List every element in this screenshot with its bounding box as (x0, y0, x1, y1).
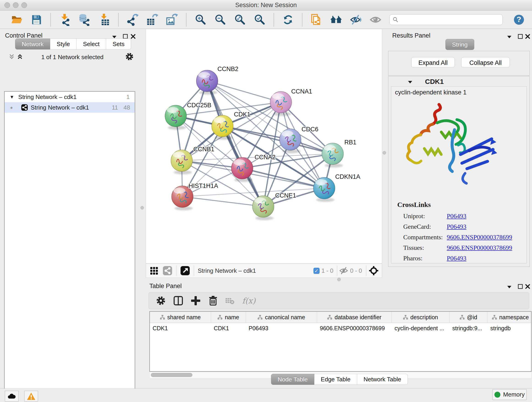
import-table-file-icon[interactable] (98, 13, 110, 26)
fit-selection-target-icon[interactable] (369, 266, 379, 276)
scrollbar-thumb[interactable] (151, 373, 192, 377)
show-all-houses-icon[interactable] (330, 13, 342, 26)
export-image-icon[interactable] (166, 13, 178, 26)
table-cell[interactable]: 9606.ENSP00000378699 (317, 323, 392, 333)
node-details: cyclin-dependent kinase 1 CrossLinks Uni… (391, 86, 527, 263)
network-node-HIST1H1A[interactable]: HIST1H1A (172, 182, 218, 211)
table-cell[interactable]: cyclin-dependent ... (392, 323, 450, 333)
tab-string[interactable]: String (445, 39, 474, 50)
toolbar-separator (176, 266, 177, 276)
network-view-canvas[interactable]: CCNB2CCNA1CDC25BCDK1CDC6RB1CCNB1CCNA2CDK… (146, 29, 382, 264)
float-panel-icon[interactable] (517, 283, 523, 289)
show-hidden-eye-icon[interactable] (369, 13, 382, 26)
apply-layout-icon[interactable] (282, 13, 294, 26)
memory-status-dot (494, 392, 500, 398)
birdseye-view-icon[interactable] (180, 266, 190, 276)
network-node-CDKN1A[interactable]: CDKN1A (313, 173, 360, 202)
zoom-out-icon[interactable] (214, 13, 226, 26)
search-icon (393, 17, 399, 23)
tab-style[interactable]: Style (50, 38, 76, 50)
edge-count: 48 (123, 104, 130, 111)
float-panel-icon[interactable] (517, 33, 523, 39)
tab-select[interactable]: Select (76, 38, 106, 50)
memory-button[interactable]: Memory (493, 389, 526, 400)
grid-mode-icon[interactable] (149, 266, 159, 276)
memory-label: Memory (503, 391, 525, 398)
panel-menu-icon[interactable] (506, 34, 512, 40)
create-column-plus-icon[interactable] (190, 295, 201, 306)
export-network-icon[interactable] (127, 13, 139, 26)
string-network-graph[interactable]: CCNB2CCNA1CDC25BCDK1CDC6RB1CCNB1CCNA2CDK… (146, 29, 382, 263)
crosslink-link[interactable]: P06493 (447, 212, 522, 220)
crosslink-label: Compartments: (403, 234, 447, 241)
node-table[interactable]: shared namenamecanonical namedatabase id… (149, 311, 532, 372)
import-network-database-icon[interactable] (78, 13, 91, 26)
export-table-icon[interactable] (146, 13, 158, 26)
hide-selected-eye-icon[interactable] (350, 13, 362, 26)
table-panel: Table Panel (146, 281, 532, 389)
column-label: shared name (167, 314, 201, 321)
close-window-icon[interactable] (4, 2, 10, 8)
tab-network[interactable]: Network (15, 38, 50, 50)
cytoscape-window: { "window": { "title": "Session: New Ses… (0, 0, 532, 402)
network-row-selected[interactable]: ● String Network – cdk1 11 48 (5, 102, 135, 113)
column-header-name[interactable]: name (211, 312, 246, 323)
collapse-all-button[interactable]: Collapse All (461, 57, 510, 68)
column-header-shared-name[interactable]: shared name (150, 312, 211, 323)
zoom-fit-icon[interactable] (234, 13, 246, 26)
network-collection-row[interactable]: ▼ String Network – cdk1 1 (5, 92, 135, 102)
network-node-RB1[interactable]: RB1 (322, 139, 356, 167)
column-header-database-identifier[interactable]: database identifier (317, 312, 392, 323)
crosslink-link[interactable]: P06493 (447, 223, 522, 230)
import-network-file-icon[interactable] (59, 13, 71, 26)
save-session-icon[interactable] (30, 13, 43, 26)
tab-network-table[interactable]: Network Table (357, 374, 408, 385)
search-field[interactable] (389, 14, 503, 25)
cloud-status-button[interactable] (5, 391, 19, 402)
zoom-in-icon[interactable] (194, 13, 207, 26)
close-panel-icon[interactable] (525, 33, 531, 39)
crosslink-link[interactable]: 9606.ENSP00000378699 (447, 234, 522, 241)
clone-network-icon[interactable] (310, 13, 323, 26)
crosslink-link[interactable]: P06493 (447, 255, 522, 262)
search-input[interactable] (400, 16, 502, 23)
section-expander-icon[interactable] (407, 79, 413, 85)
maximize-window-icon[interactable] (21, 2, 27, 8)
node-label-CCNE1: CCNE1 (275, 192, 296, 199)
column-header-description[interactable]: description (392, 312, 450, 323)
left-splitter-handle[interactable] (140, 206, 144, 210)
table-cell[interactable]: CDK1 (150, 323, 211, 333)
right-splitter-handle[interactable] (383, 151, 386, 154)
network-options-gear-icon[interactable] (125, 52, 134, 61)
table-row[interactable]: CDK1CDK1P064939606.ENSP00000378699cyclin… (150, 323, 531, 333)
selected-checkbox-icon[interactable]: ✓ (313, 268, 320, 274)
column-header--id[interactable]: @id (450, 312, 488, 323)
table-cell[interactable]: CDK1 (211, 323, 246, 333)
close-panel-icon[interactable] (525, 283, 531, 289)
panel-menu-icon[interactable] (506, 284, 512, 290)
node-label-CDKN1A: CDKN1A (335, 173, 360, 180)
warnings-button[interactable] (24, 391, 38, 402)
open-session-icon[interactable] (11, 13, 23, 26)
tree-expander-icon[interactable]: ▼ (10, 95, 14, 100)
column-tree-icon (403, 315, 408, 320)
table-options-gear-icon[interactable] (155, 295, 167, 306)
expand-all-button[interactable]: Expand All (411, 57, 455, 68)
tab-sets[interactable]: Sets (106, 38, 131, 50)
column-header-namespace[interactable]: namespace (488, 312, 532, 323)
annotation-mode-icon[interactable] (162, 266, 172, 276)
column-header-canonical-name[interactable]: canonical name (246, 312, 317, 323)
table-cell[interactable]: P06493 (246, 323, 317, 333)
control-panel: Control Panel Network Style Select Sets … (0, 29, 145, 389)
table-cell[interactable]: stringdb:9... (450, 323, 488, 333)
show-columns-icon[interactable] (172, 295, 184, 306)
crosslink-link[interactable]: 9606.ENSP00000378699 (447, 244, 522, 251)
help-icon[interactable]: ? (513, 13, 525, 26)
table-cell[interactable]: stringdb (488, 323, 532, 333)
zoom-selected-icon[interactable] (253, 13, 266, 26)
tab-edge-table[interactable]: Edge Table (314, 374, 357, 385)
delete-column-trash-icon[interactable] (207, 295, 219, 306)
tab-node-table[interactable]: Node Table (271, 374, 314, 385)
minimize-window-icon[interactable] (13, 2, 19, 8)
table-header-row: shared namenamecanonical namedatabase id… (150, 312, 531, 323)
